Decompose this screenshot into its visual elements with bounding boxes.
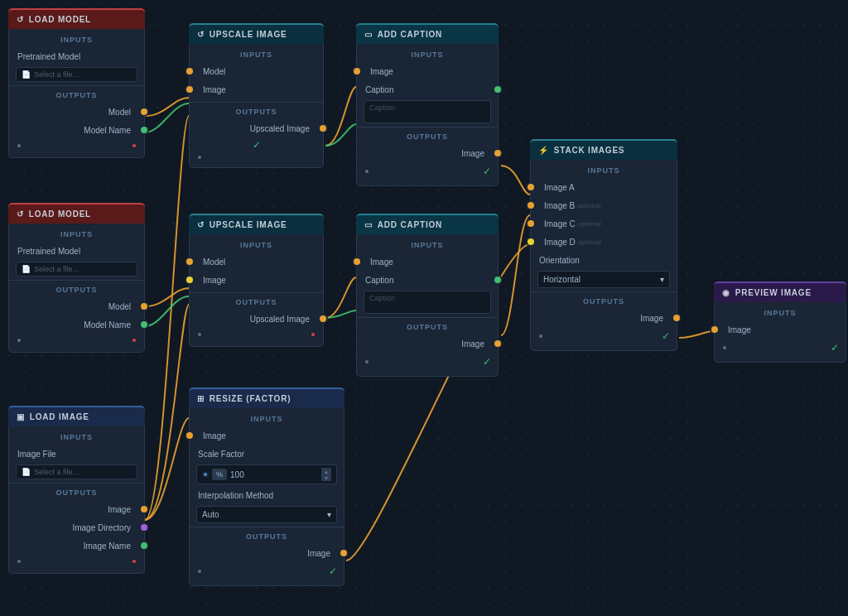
- model-output-row-2: Model: [9, 297, 144, 315]
- model-output-port[interactable]: [139, 107, 149, 117]
- upscale-1-output-port[interactable]: [318, 123, 328, 133]
- image-directory-row: Image Directory: [9, 518, 144, 537]
- upscale-image-node-2: ↺ UPSCALE IMAGE INPUTS Model Image OUTPU…: [189, 214, 324, 347]
- upscale-2-image-port[interactable]: [185, 275, 195, 285]
- orientation-label-row: Orientation: [531, 251, 677, 269]
- resize-output-port[interactable]: [339, 548, 349, 558]
- upscale-1-inputs-label: INPUTS: [190, 49, 323, 62]
- load-model-1-title: LOAD MODEL: [29, 15, 91, 24]
- preview-header: ◉ PREVIEW IMAGE: [714, 282, 846, 302]
- resize-bottom-left[interactable]: [196, 568, 203, 575]
- upscale-1-model-port[interactable]: [185, 66, 195, 76]
- stack-image-c-port[interactable]: [526, 219, 536, 229]
- scale-port[interactable]: [202, 471, 209, 478]
- add-caption-2-header: ▭ ADD CAPTION: [356, 214, 499, 234]
- stack-image-c-row: Image C optional: [531, 214, 677, 233]
- add-caption-2-outputs-label: OUTPUTS: [357, 321, 498, 334]
- upscale-2-error-port[interactable]: [310, 331, 316, 338]
- model-name-output-port[interactable]: [139, 125, 149, 135]
- add-caption-2-output-port[interactable]: [493, 339, 503, 349]
- resize-image-row: Image: [190, 426, 344, 445]
- add-caption-2-image-port[interactable]: [352, 257, 362, 267]
- orientation-select[interactable]: Horizontal ▾: [537, 271, 670, 288]
- interpolation-select[interactable]: Auto ▾: [196, 506, 337, 523]
- preview-image-node: ◉ PREVIEW IMAGE INPUTS Image ✓: [714, 282, 846, 363]
- model-name-output-row: Model Name: [9, 121, 144, 139]
- upscale-1-title: UPSCALE IMAGE: [210, 30, 287, 39]
- step-down[interactable]: ▼: [321, 474, 331, 481]
- model-output-row: Model: [9, 103, 144, 121]
- scale-stepper[interactable]: ▲ ▼: [321, 468, 331, 481]
- stack-images-title: STACK IMAGES: [554, 146, 625, 155]
- pretrained-label-2: Pretrained Model: [9, 242, 144, 260]
- preview-icon: ◉: [722, 288, 730, 297]
- select-file-input-2[interactable]: 📄 Select a file...: [16, 262, 137, 277]
- upscale-2-model-port[interactable]: [185, 257, 195, 267]
- load-model-1-body: INPUTS Pretrained Model 📄 Select a file.…: [8, 29, 145, 158]
- upscale-2-body: INPUTS Model Image OUTPUTS Upscaled Imag…: [189, 234, 324, 347]
- upscale-1-image-row: Image: [190, 80, 323, 99]
- add-caption-1-output-port[interactable]: [493, 148, 503, 158]
- image-output-port[interactable]: [139, 504, 149, 514]
- upscale-2-bottom-left[interactable]: [196, 331, 203, 338]
- scale-factor-input[interactable]: % 100 ▲ ▼: [196, 464, 337, 484]
- error-port[interactable]: [131, 142, 137, 149]
- model-name-output-row-2: Model Name: [9, 315, 144, 334]
- add-caption-1-image-port[interactable]: [352, 66, 362, 76]
- image-file-label: Image File: [9, 445, 144, 463]
- error-port-img[interactable]: [131, 558, 137, 565]
- stack-bottom-left[interactable]: [537, 333, 544, 339]
- add-caption-1-image-row: Image: [357, 62, 498, 80]
- load-image-title: LOAD IMAGE: [30, 412, 89, 421]
- stack-images-body: INPUTS Image A Image B optional Image C …: [530, 160, 677, 351]
- resize-image-port[interactable]: [185, 431, 195, 440]
- caption-textarea-2[interactable]: Caption: [364, 291, 491, 314]
- add-caption-1-caption-port[interactable]: [493, 84, 503, 94]
- image-name-port[interactable]: [139, 541, 149, 551]
- upscale-2-output-port[interactable]: [318, 314, 328, 324]
- add-caption-1-output-row: Image: [357, 144, 498, 162]
- upscale-2-output-row: Upscaled Image: [190, 310, 323, 328]
- add-caption-2-inputs-label: INPUTS: [357, 239, 498, 253]
- add-caption-2-bottom-left[interactable]: [364, 359, 370, 365]
- caption-icon-2: ▭: [364, 220, 373, 229]
- model-output-port-2[interactable]: [139, 301, 149, 311]
- caption-textarea-1[interactable]: Caption: [364, 100, 491, 123]
- error-port-2[interactable]: [131, 337, 137, 344]
- model-name-output-port-2[interactable]: [139, 320, 149, 330]
- upscale-1-image-port[interactable]: [185, 84, 195, 94]
- add-caption-2-image-row: Image: [357, 253, 498, 271]
- add-caption-2-check: ✓: [483, 356, 491, 368]
- stack-images-output-port[interactable]: [672, 313, 682, 323]
- preview-image-port[interactable]: [710, 325, 720, 334]
- upscale-2-header: ↺ UPSCALE IMAGE: [189, 214, 324, 234]
- chevron-down-icon: ▾: [660, 275, 664, 284]
- upscale-2-image-row: Image: [190, 271, 323, 289]
- add-caption-2-caption-port[interactable]: [493, 275, 503, 285]
- select-image-input[interactable]: 📄 Select a file...: [16, 464, 137, 479]
- load-model-2-header: ↺ LOAD MODEL: [8, 203, 145, 224]
- select-file-input-1[interactable]: 📄 Select a file...: [16, 67, 137, 82]
- image-directory-port[interactable]: [139, 522, 149, 532]
- upscale-1-bottom-left[interactable]: [196, 154, 203, 161]
- preview-bottom-left[interactable]: [721, 344, 728, 351]
- upscale-1-output-row: Upscaled Image: [190, 119, 323, 137]
- stack-image-b-port[interactable]: [526, 200, 536, 210]
- bottom-port-left[interactable]: [16, 142, 22, 149]
- stack-image-d-port[interactable]: [526, 237, 536, 247]
- load-icon-2: ↺: [17, 209, 24, 219]
- stack-check: ✓: [662, 330, 670, 342]
- step-up[interactable]: ▲: [321, 468, 331, 474]
- preview-inputs-label: INPUTS: [715, 307, 846, 320]
- bottom-port-left-2[interactable]: [16, 337, 22, 344]
- caption-label-row-2: Caption: [357, 271, 498, 289]
- add-caption-1-bottom-left[interactable]: [364, 168, 370, 175]
- stack-image-a-port[interactable]: [526, 182, 536, 192]
- stack-images-node: ⚡ STACK IMAGES INPUTS Image A Image B op…: [530, 139, 677, 351]
- stack-images-inputs-label: INPUTS: [531, 165, 677, 178]
- stack-images-outputs-label: OUTPUTS: [531, 296, 677, 309]
- inputs-label: INPUTS: [9, 34, 144, 47]
- bottom-port-left-img[interactable]: [16, 558, 22, 565]
- load-model-2-body: INPUTS Pretrained Model 📄 Select a file.…: [8, 224, 145, 353]
- image-output-row: Image: [9, 500, 144, 518]
